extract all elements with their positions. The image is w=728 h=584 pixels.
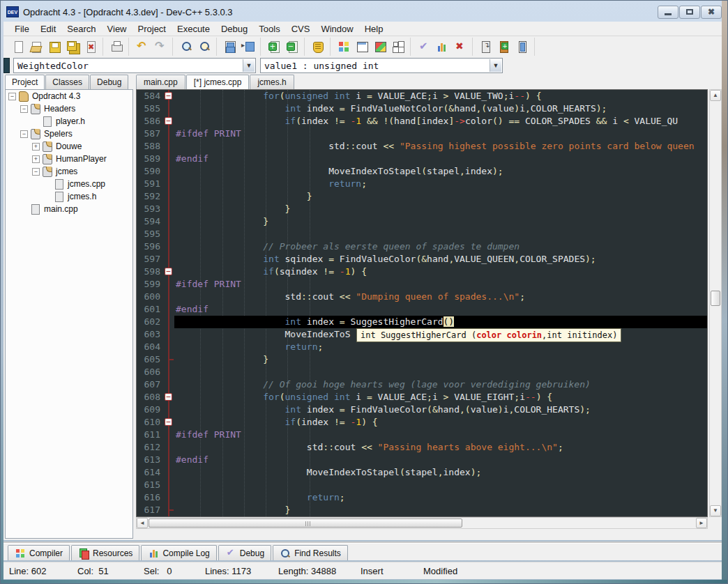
window-color-button[interactable] [371, 38, 389, 55]
code-line-595[interactable]: 595 [137, 228, 707, 240]
redo-button[interactable] [151, 38, 169, 55]
sidebar-tab-debug[interactable]: Debug [90, 75, 128, 89]
expand-toggle-icon[interactable]: − [32, 168, 40, 176]
panel-a-button[interactable] [221, 38, 239, 55]
sidebar-tab-project[interactable]: Project [5, 75, 45, 89]
vertical-scroll-thumb[interactable] [711, 291, 720, 306]
code-line-613[interactable]: 613#endif [137, 454, 707, 466]
code-line-592[interactable]: 592 } [137, 190, 707, 203]
undo-button[interactable] [133, 38, 151, 55]
report-tab-compile-log[interactable]: Compile Log [141, 545, 216, 560]
door-blue-button[interactable] [513, 38, 531, 55]
tree-item-main-cpp[interactable]: main.cpp [6, 203, 132, 215]
code-line-615[interactable]: 615 [137, 479, 707, 491]
menu-item-window[interactable]: Window [315, 22, 358, 36]
code-line-610[interactable]: 610− if(index != -1) { [137, 416, 707, 429]
code-line-602[interactable]: 602 int index = SuggestHigherCard() [137, 316, 707, 328]
horizontal-scrollbar[interactable]: ◄ ► [136, 517, 708, 529]
fold-collapse-icon[interactable]: − [165, 418, 172, 426]
minimize-button[interactable] [658, 6, 678, 19]
expand-toggle-icon[interactable]: − [8, 93, 16, 100]
tree-item-humanplayer[interactable]: +HumanPlayer [6, 153, 132, 165]
report-tab-find-results[interactable]: Find Results [273, 545, 348, 560]
menu-item-edit[interactable]: Edit [35, 22, 61, 36]
tree-item-opdracht-4-3[interactable]: −Opdracht 4.3 [6, 90, 132, 102]
code-line-593[interactable]: 593 } [137, 203, 707, 215]
code-line-611[interactable]: 611#ifdef PRINT [137, 429, 707, 441]
code-line-612[interactable]: 612 std::cout << "Passing hearts above e… [137, 441, 707, 454]
code-line-605[interactable]: 605 } [137, 353, 707, 366]
project-tree[interactable]: −Opdracht 4.3−Headersplayer.h−Spelers+Do… [5, 89, 133, 539]
grid-button[interactable] [389, 38, 407, 55]
save-all-button[interactable] [63, 38, 82, 55]
code-line-596[interactable]: 596 // Probeer als eerste queen of spade… [137, 240, 707, 253]
code-line-606[interactable]: 606 [137, 366, 707, 378]
fold-collapse-icon[interactable]: − [165, 393, 172, 401]
code-line-597[interactable]: 597 int sqindex = FindValueColor(&hand,V… [137, 253, 707, 266]
tree-item-douwe[interactable]: +Douwe [6, 140, 132, 153]
code-line-590[interactable]: 590 MoveIndexToStapel(stapel,index); [137, 165, 707, 178]
code-line-586[interactable]: 586− if(index != -1 && !(hand[index]->co… [137, 115, 707, 128]
menu-item-project[interactable]: Project [132, 22, 172, 36]
check-button[interactable] [415, 38, 433, 55]
fold-margin[interactable]: − [163, 266, 174, 278]
chart-button[interactable] [433, 38, 451, 55]
code-line-589[interactable]: 589#endif [137, 153, 707, 165]
fold-collapse-icon[interactable]: − [165, 117, 172, 125]
code-line-601[interactable]: 601#endif [137, 303, 707, 316]
new-file-button[interactable] [9, 38, 27, 55]
scroll-down-button[interactable]: ▼ [710, 505, 721, 516]
editor-tab--jcmes.cpp[interactable]: [*] jcmes.cpp [186, 75, 250, 89]
expand-toggle-icon[interactable]: + [32, 155, 40, 163]
menu-item-cvs[interactable]: CVS [286, 22, 316, 36]
code-line-591[interactable]: 591 return; [137, 178, 707, 190]
toolbar-grip[interactable] [3, 58, 10, 73]
horizontal-scroll-thumb[interactable] [149, 518, 462, 528]
expand-toggle-icon[interactable]: − [20, 105, 28, 113]
badge-button[interactable] [309, 38, 327, 55]
menu-item-debug[interactable]: Debug [215, 22, 253, 36]
code-line-585[interactable]: 585 int index = FindValueNotColor(&hand,… [137, 102, 707, 115]
code-editor[interactable]: 584− for(unsigned int i = VALUE_ACE;i > … [136, 89, 708, 517]
menu-item-execute[interactable]: Execute [172, 22, 215, 36]
code-line-609[interactable]: 609 int index = FindValueColor(&hand,(va… [137, 404, 707, 416]
tree-item-jcmes[interactable]: −jcmes [6, 165, 132, 178]
fold-collapse-icon[interactable]: − [165, 92, 172, 100]
tree-item-player-h[interactable]: player.h [6, 115, 132, 128]
expand-toggle-icon[interactable]: − [20, 130, 28, 138]
fold-margin[interactable]: − [163, 90, 174, 102]
report-tab-compiler[interactable]: Compiler [8, 545, 70, 560]
code-line-600[interactable]: 600 std::cout << "Dumping queen of spade… [137, 291, 707, 303]
fold-margin[interactable]: − [163, 416, 174, 429]
maximize-button[interactable] [679, 6, 700, 19]
code-line-608[interactable]: 608− for(unsigned int i = VALUE_ACE;i > … [137, 391, 707, 404]
add-button[interactable] [265, 38, 283, 55]
print-button[interactable] [107, 38, 126, 55]
menu-item-help[interactable]: Help [359, 22, 389, 36]
replace-button[interactable] [195, 38, 213, 55]
fold-margin[interactable]: − [163, 391, 174, 404]
code-line-587[interactable]: 587#ifdef PRINT [137, 128, 707, 140]
code-line-614[interactable]: 614 MoveIndexToStapel(stapel,index); [137, 466, 707, 479]
fold-margin[interactable]: − [163, 115, 174, 128]
window-button[interactable] [353, 38, 371, 55]
code-line-617[interactable]: 617 } [137, 504, 707, 516]
fold-collapse-icon[interactable]: − [165, 268, 172, 275]
menu-item-search[interactable]: Search [61, 22, 101, 36]
panel-b-button[interactable] [239, 38, 257, 55]
code-line-616[interactable]: 616 return; [137, 491, 707, 504]
code-line-599[interactable]: 599#ifdef PRINT [137, 278, 707, 291]
blocks-button[interactable] [335, 38, 353, 55]
tree-item-headers[interactable]: −Headers [6, 102, 132, 115]
close-file-button[interactable] [82, 38, 100, 55]
code-line-588[interactable]: 588 std::cout << "Passing highest possib… [137, 140, 707, 153]
open-file-button[interactable] [27, 38, 45, 55]
door-gray-button[interactable] [477, 38, 495, 55]
scroll-left-button[interactable]: ◄ [137, 518, 148, 528]
door-green-button[interactable] [495, 38, 513, 55]
tree-item-jcmes-h[interactable]: jcmes.h [6, 190, 132, 203]
code-line-607[interactable]: 607 // Of gooi hoge hearts weg (lage voo… [137, 378, 707, 391]
remove-button[interactable] [283, 38, 301, 55]
class-browser-combo[interactable]: WeightedColor ▼ [13, 58, 256, 73]
chevron-down-icon[interactable]: ▼ [490, 59, 501, 72]
